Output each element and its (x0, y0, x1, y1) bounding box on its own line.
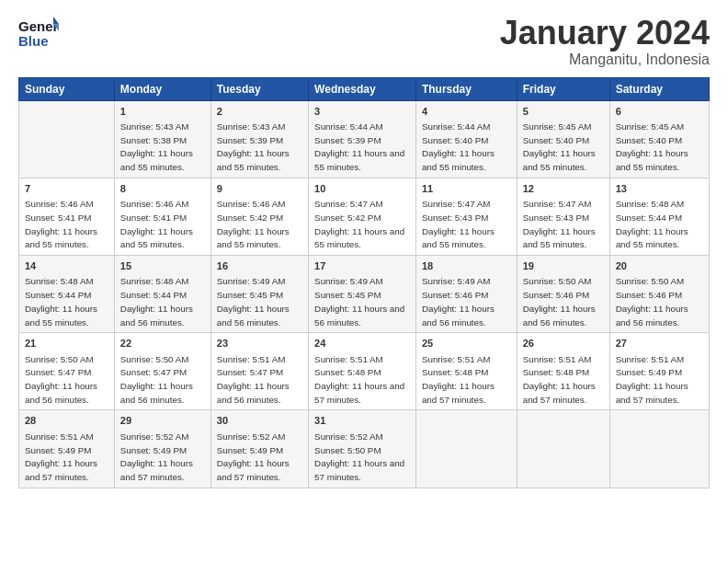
cell-sunrise: Sunrise: 5:52 AM (217, 431, 286, 442)
cell-sunrise: Sunrise: 5:47 AM (314, 199, 383, 209)
day-number: 13 (616, 182, 703, 196)
calendar-cell: 2 Sunrise: 5:43 AM Sunset: 5:39 PM Dayli… (210, 100, 308, 178)
cell-sunrise: Sunrise: 5:48 AM (616, 199, 685, 209)
cell-sunrise: Sunrise: 5:45 AM (523, 121, 592, 132)
cell-daylight: Daylight: 11 hours and 57 minutes. (25, 458, 97, 482)
calendar-cell: 20 Sunrise: 5:50 AM Sunset: 5:46 PM Dayl… (609, 256, 709, 333)
calendar-cell: 6 Sunrise: 5:45 AM Sunset: 5:40 PM Dayli… (609, 100, 709, 178)
cell-sunrise: Sunrise: 5:52 AM (314, 431, 383, 442)
cell-sunset: Sunset: 5:39 PM (314, 135, 381, 145)
cell-sunrise: Sunrise: 5:43 AM (120, 121, 189, 132)
logo: General Blue (18, 15, 59, 50)
day-number: 5 (523, 105, 604, 119)
cell-daylight: Daylight: 11 hours and 55 minutes. (422, 148, 495, 172)
cell-sunrise: Sunrise: 5:50 AM (616, 276, 685, 286)
calendar-cell: 11 Sunrise: 5:47 AM Sunset: 5:43 PM Dayl… (415, 178, 517, 255)
day-number: 30 (217, 414, 302, 428)
calendar-cell: 24 Sunrise: 5:51 AM Sunset: 5:48 PM Dayl… (309, 333, 416, 410)
cell-daylight: Daylight: 11 hours and 55 minutes. (314, 148, 404, 172)
calendar-cell: 14 Sunrise: 5:48 AM Sunset: 5:44 PM Dayl… (19, 256, 115, 333)
day-number: 16 (217, 259, 302, 273)
cell-daylight: Daylight: 11 hours and 55 minutes. (616, 148, 688, 172)
cell-sunrise: Sunrise: 5:51 AM (217, 354, 286, 364)
cell-sunset: Sunset: 5:42 PM (217, 213, 283, 223)
cell-daylight: Daylight: 11 hours and 55 minutes. (523, 226, 596, 250)
cell-sunrise: Sunrise: 5:49 AM (314, 276, 383, 286)
calendar-cell: 17 Sunrise: 5:49 AM Sunset: 5:45 PM Dayl… (309, 256, 416, 333)
calendar-cell: 31 Sunrise: 5:52 AM Sunset: 5:50 PM Dayl… (309, 410, 416, 488)
cell-daylight: Daylight: 11 hours and 56 minutes. (25, 381, 97, 405)
cell-sunrise: Sunrise: 5:43 AM (217, 121, 286, 132)
cell-daylight: Daylight: 11 hours and 56 minutes. (616, 304, 688, 327)
cell-daylight: Daylight: 11 hours and 56 minutes. (523, 304, 596, 327)
cell-sunset: Sunset: 5:47 PM (25, 367, 91, 377)
cell-daylight: Daylight: 11 hours and 55 minutes. (217, 226, 290, 250)
calendar-cell: 29 Sunrise: 5:52 AM Sunset: 5:49 PM Dayl… (114, 410, 210, 488)
day-number: 2 (217, 105, 302, 119)
calendar-cell: 5 Sunrise: 5:45 AM Sunset: 5:40 PM Dayli… (517, 100, 609, 178)
calendar-cell: 28 Sunrise: 5:51 AM Sunset: 5:49 PM Dayl… (19, 410, 115, 488)
cell-daylight: Daylight: 11 hours and 56 minutes. (217, 381, 290, 405)
cell-sunset: Sunset: 5:41 PM (25, 213, 91, 223)
cell-sunset: Sunset: 5:48 PM (314, 367, 381, 377)
header-wednesday: Wednesday (309, 77, 416, 100)
cell-sunset: Sunset: 5:48 PM (523, 367, 589, 377)
calendar-cell (415, 410, 517, 488)
page-subtitle: Manganitu, Indonesia (500, 52, 710, 68)
cell-daylight: Daylight: 11 hours and 57 minutes. (217, 458, 290, 482)
cell-daylight: Daylight: 11 hours and 55 minutes. (523, 148, 596, 172)
calendar-cell: 27 Sunrise: 5:51 AM Sunset: 5:49 PM Dayl… (609, 333, 709, 410)
calendar-week-row: 21 Sunrise: 5:50 AM Sunset: 5:47 PM Dayl… (19, 333, 710, 410)
day-number: 10 (314, 182, 410, 196)
svg-text:General: General (18, 18, 59, 34)
cell-daylight: Daylight: 11 hours and 55 minutes. (616, 226, 688, 250)
calendar-cell: 3 Sunrise: 5:44 AM Sunset: 5:39 PM Dayli… (309, 100, 416, 178)
header-monday: Monday (114, 77, 210, 100)
calendar-header-row: Sunday Monday Tuesday Wednesday Thursday… (19, 77, 710, 100)
cell-sunset: Sunset: 5:46 PM (422, 290, 488, 300)
header-sunday: Sunday (19, 77, 115, 100)
cell-sunset: Sunset: 5:41 PM (120, 213, 187, 223)
cell-daylight: Daylight: 11 hours and 55 minutes. (422, 226, 495, 250)
cell-daylight: Daylight: 11 hours and 57 minutes. (314, 381, 404, 405)
cell-sunrise: Sunrise: 5:46 AM (25, 199, 94, 209)
calendar-week-row: 28 Sunrise: 5:51 AM Sunset: 5:49 PM Dayl… (19, 410, 710, 488)
cell-daylight: Daylight: 11 hours and 55 minutes. (25, 304, 97, 327)
calendar-cell: 30 Sunrise: 5:52 AM Sunset: 5:49 PM Dayl… (210, 410, 308, 488)
cell-sunset: Sunset: 5:43 PM (523, 213, 589, 223)
cell-sunrise: Sunrise: 5:50 AM (120, 354, 189, 364)
calendar-cell: 1 Sunrise: 5:43 AM Sunset: 5:38 PM Dayli… (114, 100, 210, 178)
day-number: 8 (120, 182, 205, 196)
cell-daylight: Daylight: 11 hours and 57 minutes. (120, 458, 193, 482)
cell-sunrise: Sunrise: 5:50 AM (523, 276, 592, 286)
cell-daylight: Daylight: 11 hours and 56 minutes. (314, 304, 404, 327)
cell-sunrise: Sunrise: 5:49 AM (422, 276, 491, 286)
svg-text:Blue: Blue (18, 33, 49, 49)
day-number: 1 (120, 105, 205, 119)
day-number: 24 (314, 337, 410, 350)
cell-sunset: Sunset: 5:45 PM (314, 290, 381, 300)
calendar-cell: 25 Sunrise: 5:51 AM Sunset: 5:48 PM Dayl… (415, 333, 517, 410)
calendar-cell: 12 Sunrise: 5:47 AM Sunset: 5:43 PM Dayl… (517, 178, 609, 255)
header-friday: Friday (517, 77, 609, 100)
cell-daylight: Daylight: 11 hours and 57 minutes. (314, 458, 404, 482)
cell-sunrise: Sunrise: 5:48 AM (25, 276, 94, 286)
cell-sunset: Sunset: 5:45 PM (217, 290, 283, 300)
header-thursday: Thursday (415, 77, 517, 100)
day-number: 4 (422, 105, 511, 119)
day-number: 15 (120, 259, 205, 273)
cell-daylight: Daylight: 11 hours and 56 minutes. (422, 304, 495, 327)
cell-sunrise: Sunrise: 5:51 AM (25, 431, 94, 442)
cell-sunrise: Sunrise: 5:51 AM (616, 354, 685, 364)
cell-daylight: Daylight: 11 hours and 55 minutes. (120, 148, 193, 172)
calendar-cell (19, 100, 115, 178)
cell-sunrise: Sunrise: 5:46 AM (217, 199, 286, 209)
cell-sunrise: Sunrise: 5:52 AM (120, 431, 189, 442)
cell-sunrise: Sunrise: 5:51 AM (523, 354, 592, 364)
cell-sunset: Sunset: 5:39 PM (217, 135, 283, 145)
cell-sunrise: Sunrise: 5:45 AM (616, 121, 685, 132)
cell-daylight: Daylight: 11 hours and 56 minutes. (120, 381, 193, 405)
day-number: 28 (25, 414, 108, 428)
cell-daylight: Daylight: 11 hours and 57 minutes. (616, 381, 688, 405)
day-number: 29 (120, 414, 205, 428)
